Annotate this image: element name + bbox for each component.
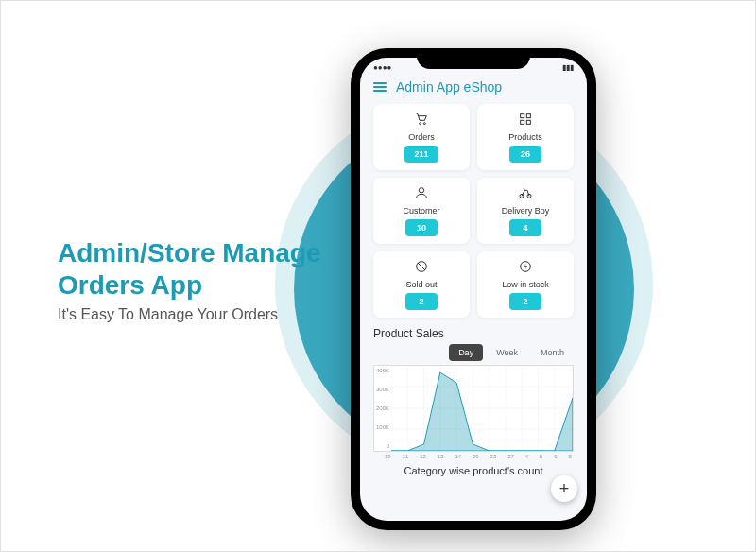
stats-grid: Orders 211 Products 26 Customer 10 Deliv… bbox=[360, 104, 587, 318]
sales-section-title: Product Sales bbox=[360, 318, 587, 344]
app-bar: Admin App eShop bbox=[360, 74, 587, 104]
card-badge: 2 bbox=[509, 293, 541, 310]
chart-x-axis: 19 11 12 13 14 29 23 27 4 5 6 8 bbox=[360, 452, 587, 459]
card-badge: 211 bbox=[404, 146, 438, 163]
status-left: ●●●● bbox=[373, 63, 391, 72]
svg-point-0 bbox=[420, 123, 421, 125]
card-label: Delivery Boy bbox=[502, 206, 550, 216]
phone-frame: ●●●● ▮▮▮ Admin App eShop Orders 211 Prod… bbox=[351, 48, 596, 530]
user-icon bbox=[414, 185, 429, 204]
ban-icon bbox=[414, 259, 429, 278]
tab-week[interactable]: Week bbox=[487, 344, 527, 361]
category-section-title: Category wise product's count bbox=[360, 459, 587, 482]
card-label: Products bbox=[508, 132, 542, 142]
svg-point-6 bbox=[419, 188, 423, 193]
status-right: ▮▮▮ bbox=[562, 63, 574, 72]
svg-rect-3 bbox=[526, 114, 530, 118]
tab-month[interactable]: Month bbox=[531, 344, 574, 361]
subtitle: It's Easy To Manage Your Orders bbox=[58, 306, 320, 323]
card-badge: 10 bbox=[405, 219, 438, 236]
card-label: Orders bbox=[408, 132, 435, 142]
heading-line2: Orders App bbox=[58, 269, 320, 302]
svg-rect-5 bbox=[526, 120, 530, 124]
svg-rect-2 bbox=[521, 114, 524, 118]
chart-plot bbox=[391, 366, 573, 451]
svg-point-1 bbox=[423, 123, 425, 125]
sales-chart: 400K 300K 200K 100K 0 bbox=[373, 365, 574, 452]
phone-notch bbox=[417, 48, 530, 69]
card-products[interactable]: Products 26 bbox=[477, 104, 574, 170]
card-badge: 2 bbox=[405, 293, 438, 310]
card-lowstock[interactable]: Low in stock 2 bbox=[477, 251, 574, 318]
card-label: Customer bbox=[403, 206, 439, 216]
bike-icon bbox=[518, 185, 533, 204]
grid-icon bbox=[518, 112, 533, 130]
tab-day[interactable]: Day bbox=[449, 344, 483, 361]
menu-icon[interactable] bbox=[373, 82, 387, 92]
card-badge: 26 bbox=[509, 146, 541, 163]
chart-y-axis: 400K 300K 200K 100K 0 bbox=[374, 366, 391, 451]
phone-screen: ●●●● ▮▮▮ Admin App eShop Orders 211 Prod… bbox=[360, 58, 587, 521]
sales-tabs: Day Week Month bbox=[360, 344, 587, 365]
appbar-title: Admin App eShop bbox=[396, 79, 502, 95]
heading-line1: Admin/Store Manage bbox=[58, 237, 320, 269]
card-badge: 4 bbox=[509, 219, 541, 236]
cart-icon bbox=[414, 112, 429, 130]
bolt-icon bbox=[518, 259, 533, 278]
svg-rect-4 bbox=[521, 120, 524, 124]
card-label: Low in stock bbox=[502, 280, 549, 289]
card-soldout[interactable]: Sold out 2 bbox=[373, 251, 470, 318]
card-customer[interactable]: Customer 10 bbox=[373, 178, 470, 244]
card-delivery[interactable]: Delivery Boy 4 bbox=[477, 178, 574, 244]
fab-add[interactable]: + bbox=[551, 475, 577, 502]
card-label: Sold out bbox=[405, 280, 437, 289]
card-orders[interactable]: Orders 211 bbox=[373, 104, 470, 170]
